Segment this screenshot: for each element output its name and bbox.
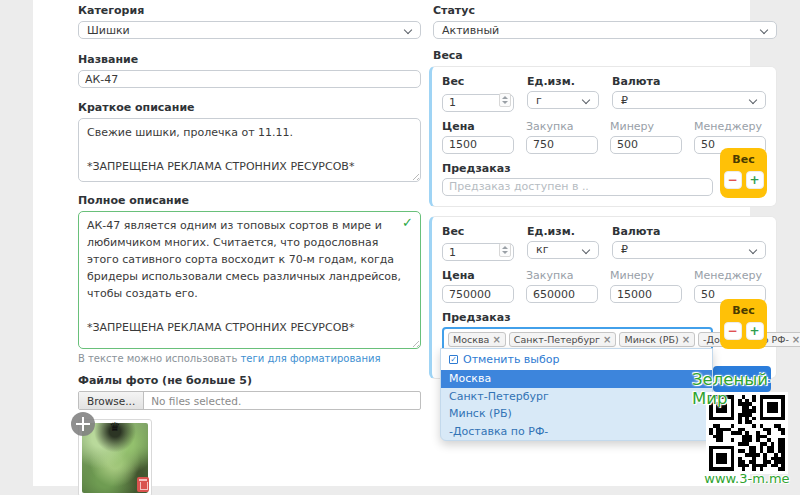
help-prefix-text: В тексте можно использовать bbox=[78, 353, 241, 364]
weight-badge: Вес − + bbox=[720, 148, 767, 198]
full-description-textarea[interactable]: АК-47 является одним из топовых сортов в… bbox=[78, 211, 421, 349]
unit-select-value: г bbox=[536, 94, 542, 107]
price-label: Цена bbox=[442, 120, 514, 133]
chevron-down-icon bbox=[582, 245, 590, 253]
category-label: Категория bbox=[78, 4, 421, 17]
status-select-value: Активный bbox=[442, 24, 499, 37]
weight-card-1: Вес Ед.изм. г Валюта bbox=[429, 66, 777, 207]
dropdown-option-moscow[interactable]: Москва bbox=[441, 370, 712, 388]
photo-thumbnail-card bbox=[78, 419, 152, 495]
preorder-tag: Москва bbox=[448, 332, 506, 347]
dropdown-option-spb[interactable]: Санкт-Петербург bbox=[441, 388, 712, 406]
dropdown-option-minsk[interactable]: Минск (РБ) bbox=[441, 405, 712, 423]
manager-label: Менеджеру bbox=[694, 269, 766, 282]
currency-select[interactable]: ₽ bbox=[612, 241, 766, 259]
tag-remove-icon[interactable] bbox=[682, 334, 690, 345]
remove-weight-button[interactable]: − bbox=[724, 171, 742, 189]
crown-main-photo-icon bbox=[110, 420, 121, 434]
delete-photo-button[interactable] bbox=[137, 477, 149, 492]
currency-label: Валюта bbox=[612, 225, 766, 238]
status-select[interactable]: Активный bbox=[433, 21, 777, 39]
preorder-label: Предзаказ bbox=[442, 162, 766, 175]
category-select[interactable]: Шишки bbox=[78, 21, 421, 39]
right-column: Статус Активный Веса Вес bbox=[429, 0, 777, 379]
chevron-down-icon bbox=[404, 26, 412, 34]
form-sheet: Категория Шишки Название Краткое описани… bbox=[33, 0, 750, 486]
product-edit-page: Категория Шишки Название Краткое описани… bbox=[0, 0, 800, 495]
tag-remove-icon[interactable] bbox=[492, 334, 500, 345]
currency-label: Валюта bbox=[612, 75, 766, 88]
tag-text: Минск (РБ) bbox=[624, 334, 678, 345]
miner-input[interactable] bbox=[610, 285, 682, 303]
weight-badge: Вес − + bbox=[720, 299, 767, 349]
unit-select[interactable]: кг bbox=[527, 241, 599, 259]
dropdown-cancel-selection[interactable]: Отменить выбор bbox=[441, 349, 712, 370]
photo-files-label: Файлы фото (не больше 5) bbox=[78, 374, 421, 387]
full-description-wrap: АК-47 является одним из топовых сортов в… bbox=[78, 211, 421, 349]
price-input[interactable] bbox=[442, 136, 514, 154]
weight-badge-title: Вес bbox=[732, 304, 754, 317]
preorder-tag: Минск (РБ) bbox=[619, 332, 695, 347]
miner-input[interactable] bbox=[610, 136, 682, 154]
number-spinner[interactable] bbox=[499, 243, 511, 257]
city-dropdown: Отменить выбор Москва Санкт-Петербург Ми… bbox=[440, 348, 713, 441]
weight-label: Вес bbox=[442, 225, 514, 238]
miner-label: Минеру bbox=[610, 269, 682, 282]
purchase-input[interactable] bbox=[526, 136, 598, 154]
formatting-help-text: В тексте можно использовать теги для фор… bbox=[78, 353, 421, 364]
currency-select[interactable]: ₽ bbox=[612, 91, 766, 109]
weight-badge-title: Вес bbox=[732, 153, 754, 166]
dropdown-option-delivery-rf[interactable]: -Доставка по РФ- bbox=[441, 423, 712, 441]
price-input[interactable] bbox=[442, 285, 514, 303]
price-label: Цена bbox=[442, 269, 514, 282]
file-input[interactable]: Browse... No files selected. bbox=[78, 391, 421, 410]
status-label: Статус bbox=[433, 4, 777, 17]
preorder-tag: Санкт-Петербург bbox=[509, 332, 617, 347]
number-spinner[interactable] bbox=[499, 93, 511, 107]
browse-button[interactable]: Browse... bbox=[79, 392, 144, 409]
tag-text: Москва bbox=[453, 334, 489, 345]
tag-text: Санкт-Петербург bbox=[514, 334, 600, 345]
name-input[interactable] bbox=[78, 70, 421, 88]
add-weight-button[interactable]: + bbox=[746, 171, 764, 189]
miner-label: Минеру bbox=[610, 120, 682, 133]
purchase-label: Закупка bbox=[526, 120, 598, 133]
preorder-input[interactable] bbox=[442, 178, 713, 196]
weights-title: Веса bbox=[433, 49, 777, 62]
tag-remove-icon[interactable] bbox=[603, 334, 611, 345]
chevron-down-icon bbox=[749, 245, 757, 253]
add-weight-button[interactable]: + bbox=[746, 322, 764, 340]
manager-label: Менеджеру bbox=[694, 120, 766, 133]
purchase-label: Закупка bbox=[526, 269, 598, 282]
tag-remove-icon[interactable] bbox=[792, 334, 800, 345]
chevron-down-icon bbox=[760, 26, 768, 34]
valid-check-icon bbox=[402, 215, 413, 230]
currency-select-value: ₽ bbox=[621, 243, 628, 256]
unit-label: Ед.изм. bbox=[527, 225, 599, 238]
unit-select-value: кг bbox=[536, 243, 548, 256]
short-description-wrap: Свежие шишки, пролечка от 11.11. *ЗАПРЕЩ… bbox=[78, 118, 421, 182]
left-column: Категория Шишки Название Краткое описани… bbox=[78, 0, 421, 495]
category-select-value: Шишки bbox=[87, 24, 130, 37]
cancel-selection-label: Отменить выбор bbox=[463, 353, 560, 366]
remove-weight-button[interactable]: − bbox=[724, 322, 742, 340]
no-files-text: No files selected. bbox=[144, 395, 241, 407]
weight-label: Вес bbox=[442, 75, 514, 88]
short-description-textarea[interactable]: Свежие шишки, пролечка от 11.11. *ЗАПРЕЩ… bbox=[78, 118, 421, 182]
name-label: Название bbox=[78, 53, 421, 66]
chevron-down-icon bbox=[749, 96, 757, 104]
chevron-down-icon bbox=[582, 96, 590, 104]
drag-move-icon[interactable] bbox=[71, 412, 95, 436]
full-description-label: Полное описание bbox=[78, 194, 421, 207]
preorder-label: Предзаказ bbox=[442, 311, 766, 324]
qr-code bbox=[706, 392, 788, 474]
currency-select-value: ₽ bbox=[621, 94, 628, 107]
purchase-input[interactable] bbox=[526, 285, 598, 303]
unit-label: Ед.изм. bbox=[527, 75, 599, 88]
formatting-tags-link[interactable]: теги для форматирования bbox=[241, 353, 381, 364]
unit-select[interactable]: г bbox=[527, 91, 599, 109]
short-description-label: Краткое описание bbox=[78, 101, 421, 114]
save-button[interactable]: Сохранить bbox=[713, 366, 771, 392]
checkbox-checked-icon bbox=[449, 355, 458, 364]
